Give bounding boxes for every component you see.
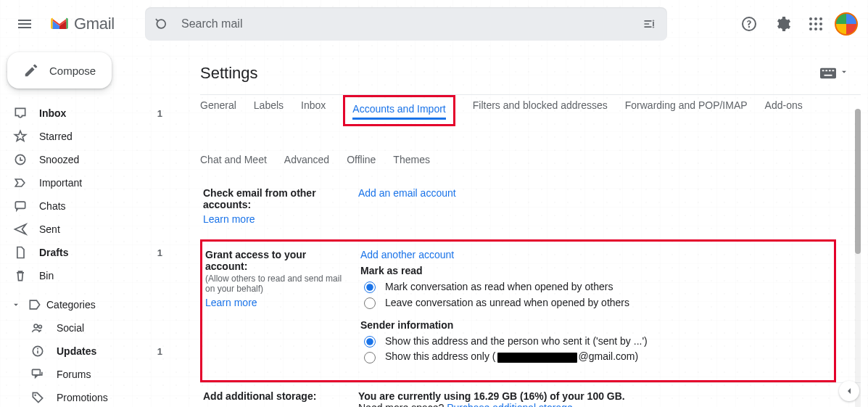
tab-add-ons[interactable]: Add-ons [765,95,803,126]
content-scrollbar[interactable] [855,109,861,407]
sender-info-option-1[interactable]: Show this address and the person who sen… [360,334,831,348]
sender-info-label-2b: @gmail.com) [579,350,639,362]
gmail-logo-text: Gmail [74,15,115,33]
sidebar-item-forums[interactable]: Forums [7,363,173,386]
mark-as-read-radio-1[interactable] [364,281,376,293]
main-menu-button[interactable] [10,9,39,38]
clock-icon [13,152,28,167]
forum-icon [30,367,45,382]
sidebar-item-chats[interactable]: Chats [7,194,173,218]
mark-as-read-header: Mark as read [360,265,831,276]
add-another-account-link[interactable]: Add another account [360,249,831,260]
input-tools-toggle[interactable] [820,67,849,80]
grant-access-heading: Grant access to your account: [205,249,343,272]
gmail-logo[interactable]: Gmail [49,14,115,34]
sidebar-item-drafts[interactable]: Drafts1 [7,241,173,264]
svg-rect-10 [15,202,25,208]
sidebar-item-label: Social [57,322,167,334]
tab-chat-and-meet[interactable]: Chat and Meet [200,149,267,170]
svg-rect-16 [820,68,836,79]
check-email-heading: Check email from other accounts: [203,187,341,210]
sidebar-item-inbox[interactable]: Inbox1 [7,102,173,125]
tab-themes[interactable]: Themes [393,149,430,170]
sender-info-radio-1[interactable] [364,336,376,348]
svg-rect-17 [822,70,824,71]
tab-offline[interactable]: Offline [347,149,376,170]
sidebar-item-label: Forums [57,369,167,380]
account-avatar[interactable] [835,12,858,36]
svg-point-8 [819,28,822,30]
side-panel-toggle[interactable] [839,381,859,401]
mark-as-read-option-1[interactable]: Mark conversation as read when opened by… [360,279,831,293]
tab-filters-and-blocked-addresses[interactable]: Filters and blocked addresses [473,95,608,126]
important-icon [13,176,28,190]
tab-forwarding-and-pop-imap[interactable]: Forwarding and POP/IMAP [625,95,748,126]
search-input[interactable] [180,17,632,31]
content-scrollthumb[interactable] [855,109,861,254]
tab-accounts-and-import[interactable]: Accounts and Import [343,95,455,126]
search-icon [155,17,170,31]
svg-point-2 [819,17,822,20]
sidebar-categories[interactable]: Categories [7,293,173,316]
settings-button[interactable] [768,9,797,38]
sidebar-item-promotions[interactable]: Promotions [7,386,173,407]
sender-info-option-2[interactable]: Show this address only (@gmail.com) [360,350,831,363]
sender-info-radio-2[interactable] [364,352,376,363]
sidebar-item-updates[interactable]: Updates1 [7,340,173,363]
chat-icon [13,199,28,213]
search-box[interactable] [145,7,667,41]
compose-button[interactable]: Compose [7,52,112,89]
redacted-email [497,353,577,363]
svg-point-6 [809,28,812,30]
purchase-storage-link[interactable]: Purchase additional storage [447,402,573,407]
sidebar-item-bin[interactable]: Bin [7,264,173,287]
sidebar-item-label: Inbox [39,107,146,119]
svg-point-4 [814,22,817,25]
add-email-account-link[interactable]: Add an email account [358,187,858,199]
info-icon [30,344,45,358]
support-button[interactable] [735,9,764,38]
svg-point-5 [819,22,822,25]
mark-as-read-label-2: Leave conversation as unread when opened… [385,297,629,308]
sidebar-item-important[interactable]: Important [7,171,173,194]
compose-label: Compose [49,65,96,77]
mark-as-read-label-1: Mark conversation as read when opened by… [385,281,613,292]
tag-icon [30,390,45,405]
svg-rect-18 [825,70,827,71]
tab-inbox[interactable]: Inbox [301,95,326,126]
sidebar-item-label: Important [39,177,167,189]
star-icon [13,129,28,144]
sidebar-item-sent[interactable]: Sent [7,218,173,241]
google-apps-button[interactable] [801,9,830,38]
sender-info-label-2a: Show this address only ( [385,350,496,362]
sidebar-item-count: 1 [157,108,167,119]
sidebar-item-social[interactable]: Social [7,316,173,340]
sidebar-item-label: Sent [39,223,167,235]
gmail-logo-icon [49,14,70,34]
hamburger-icon [16,15,33,33]
search-options-icon[interactable] [642,17,657,31]
tab-general[interactable]: General [200,95,236,126]
mark-as-read-option-2[interactable]: Leave conversation as unread when opened… [360,295,831,309]
svg-point-15 [34,394,36,396]
sidebar-item-snoozed[interactable]: Snoozed [7,148,173,171]
tab-advanced[interactable]: Advanced [284,149,329,170]
svg-point-7 [814,28,817,30]
mark-as-read-radio-2[interactable] [364,297,376,309]
gear-icon [774,15,791,33]
caret-down-icon [9,297,23,312]
svg-point-0 [809,17,812,20]
page-title: Settings [200,64,861,83]
grant-access-learn-more[interactable]: Learn more [205,297,343,308]
trash-icon [13,268,28,283]
svg-point-11 [34,324,38,328]
sidebar-item-label: Bin [39,270,167,281]
sidebar-item-starred[interactable]: Starred [7,125,173,148]
check-email-learn-more[interactable]: Learn more [203,213,341,225]
sidebar-item-label: Promotions [57,392,167,403]
tab-labels[interactable]: Labels [254,95,284,126]
sidebar-item-label: Drafts [39,247,146,258]
storage-heading: Add additional storage: [203,390,341,402]
apps-grid-icon [807,15,824,33]
svg-rect-21 [824,75,832,76]
